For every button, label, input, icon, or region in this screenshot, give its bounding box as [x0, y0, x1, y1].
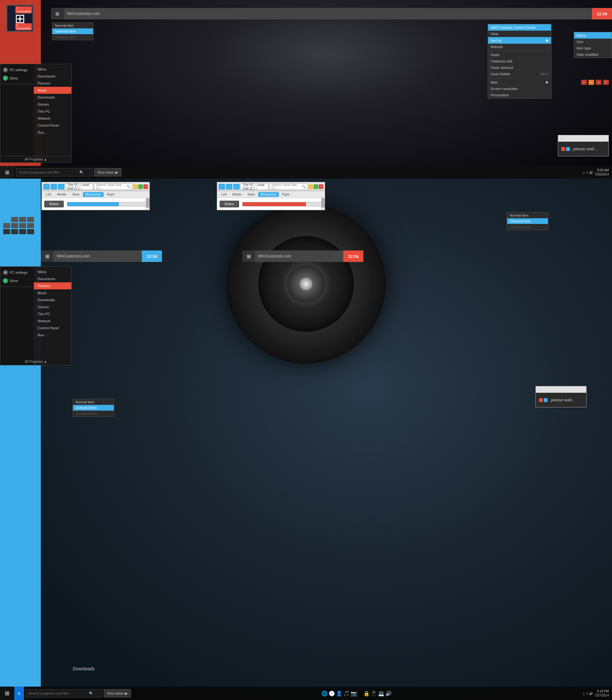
fe-back-btn-right[interactable]: ‹ — [219, 184, 225, 189]
search-input-bottom[interactable] — [28, 691, 89, 695]
fe-tab-mouseover-right[interactable]: Mouseover — [258, 192, 279, 197]
start-b-run[interactable]: Run... — [34, 332, 71, 338]
start-music[interactable]: Music — [34, 87, 71, 94]
btn-1[interactable] — [3, 217, 10, 222]
start-b-thispc[interactable]: This PC — [34, 310, 71, 318]
context-menu-personalize[interactable]: Personalize — [488, 92, 551, 98]
all-programs-btn[interactable]: All Programs ▲ — [25, 158, 47, 161]
fe-back-btn-left[interactable]: ‹ — [43, 184, 50, 189]
fe-close-btn-left[interactable]: × — [143, 185, 148, 189]
start-pictures[interactable]: Pictures — [34, 80, 71, 87]
start-run[interactable]: Run... — [34, 129, 71, 136]
search-input-top[interactable] — [19, 170, 79, 174]
submenu-size[interactable]: Size — [574, 39, 612, 45]
fe-tab-state-left[interactable]: State — [69, 192, 82, 197]
submenu-date-modified[interactable]: Date modified — [574, 51, 612, 58]
nsd-normal-top[interactable]: Normal item — [507, 213, 548, 218]
btn-9[interactable] — [3, 229, 10, 234]
btn-7[interactable] — [19, 223, 26, 228]
context-menu-sort[interactable]: Sort by ▶ — [488, 37, 551, 44]
start-b-nikos[interactable]: Nikos — [34, 268, 71, 275]
fe-tab-left-right[interactable]: Left — [219, 192, 229, 197]
nsd-selected-top[interactable]: Selected item — [507, 218, 548, 224]
fe-tab-left-left[interactable]: Left — [43, 192, 54, 197]
start-thispc[interactable]: This PC — [34, 108, 71, 115]
btn-11[interactable] — [19, 229, 26, 234]
start-nikos[interactable]: Nikos — [34, 66, 71, 73]
fe-tab-state-right[interactable]: State — [245, 192, 257, 197]
taskbar-win-button[interactable]: ⊞ — [51, 8, 64, 19]
fe-address-right[interactable]: This PC › Local Disk (C:) › — [241, 184, 268, 190]
close-btn-2[interactable]: × — [588, 80, 594, 85]
fe-min-btn-left[interactable]: − — [133, 185, 138, 189]
start-network[interactable]: Network — [34, 115, 71, 122]
menu-item-normal[interactable]: Normal item — [52, 23, 93, 28]
fe-up-btn-right[interactable]: ↑ — [233, 184, 240, 189]
fe-address-left[interactable]: This PC › Local Disk (C:) › — [65, 184, 93, 190]
submenu-name[interactable]: Name — [574, 32, 612, 39]
start-controlpanel[interactable]: Control Panel — [34, 122, 71, 129]
fe-up-btn-left[interactable]: ↑ — [58, 184, 65, 189]
fe-max-btn-right[interactable]: □ — [314, 185, 318, 189]
start-downloads[interactable]: Downloads — [34, 94, 71, 101]
close-btn-4[interactable]: × — [603, 80, 609, 85]
fe-tab-middle-right[interactable]: Middle — [230, 192, 244, 197]
fe-search-right[interactable]: Search Local Disk (C:) 🔍 — [269, 184, 308, 190]
fe-min-btn-right[interactable]: − — [308, 185, 313, 189]
lp-selected-bottom[interactable]: Selected item — [73, 405, 114, 410]
context-menu-paste-shortcut[interactable]: Paste shortcut — [488, 65, 551, 71]
btn-5[interactable] — [3, 223, 10, 228]
start-b-network[interactable]: Network — [34, 318, 71, 324]
all-programs-bottom-btn[interactable]: All Programs ▲ — [25, 360, 47, 363]
start-games[interactable]: Games — [34, 101, 71, 108]
context-menu-foldenico[interactable]: Foldenico x64 — [488, 58, 551, 65]
context-menu-view[interactable]: View — [488, 31, 551, 37]
start-b-pictures[interactable]: Pictures — [34, 282, 71, 290]
context-menu-paste[interactable]: Paste — [488, 52, 551, 58]
scrollbar-left[interactable] — [146, 198, 150, 210]
context-menu-new[interactable]: New ▶ — [488, 79, 551, 85]
scrollbar-thumb-right[interactable] — [321, 198, 325, 208]
taskbar-win-btn-left-bottom[interactable]: ⊞ — [41, 251, 54, 262]
ie-icon[interactable]: e — [14, 687, 24, 700]
start-button-bottom[interactable]: ⊞ — [0, 687, 14, 700]
fe-tab-right-left[interactable]: Right — [104, 192, 117, 197]
btn-10[interactable] — [11, 229, 18, 234]
start-documents[interactable]: Documents — [34, 73, 71, 80]
btn-3[interactable] — [19, 217, 26, 222]
settings-store[interactable]: 🛒 Store — [0, 74, 34, 82]
lp-normal-bottom[interactable]: Normal item — [73, 399, 114, 405]
start-b-downloads[interactable]: Downloads — [34, 296, 71, 304]
context-menu-undo[interactable]: Undo Delete Ctrl+Z — [488, 71, 551, 77]
context-menu-refresh[interactable]: Refresh — [488, 44, 551, 50]
fe-button-left[interactable]: Button — [44, 201, 64, 207]
start-b-documents[interactable]: Documents — [34, 275, 71, 282]
search-box-bottom[interactable]: 🔍 — [26, 689, 102, 698]
start-b-controlpanel[interactable]: Control Panel — [34, 324, 71, 332]
fe-forward-btn-left[interactable]: › — [51, 184, 57, 189]
scrollbar-right[interactable] — [321, 198, 325, 210]
fe-tab-right-right[interactable]: Right — [280, 192, 292, 197]
taskbar-win-btn-right-bottom[interactable]: ⊞ — [242, 251, 255, 262]
shutdown-btn-top[interactable]: Shut down ▶ — [94, 168, 122, 176]
settings-pc-bottom[interactable]: ⚙ PC settings — [0, 268, 34, 277]
search-box-top[interactable]: 🔍 — [16, 168, 93, 176]
btn-2[interactable] — [11, 217, 18, 222]
close-btn-3[interactable]: × — [596, 80, 601, 85]
start-button-top[interactable]: ⊞ — [0, 166, 14, 179]
btn-8[interactable] — [27, 223, 34, 228]
fe-forward-btn-right[interactable]: › — [226, 184, 232, 189]
submenu-item-type[interactable]: Item type — [574, 45, 612, 51]
settings-store-bottom[interactable]: 🛒 Store — [0, 277, 34, 285]
fe-tab-mouseover-left[interactable]: Mouseover — [83, 192, 103, 197]
fe-button-right[interactable]: Button — [220, 201, 239, 207]
btn-4[interactable] — [27, 217, 34, 222]
start-b-games[interactable]: Games — [34, 304, 71, 310]
fe-search-left[interactable]: Search Local Disk (C:) 🔍 — [94, 184, 132, 190]
context-menu-resolution[interactable]: Screen resolution — [488, 85, 551, 92]
btn-12[interactable] — [27, 229, 34, 234]
start-b-music[interactable]: Music — [34, 290, 71, 296]
btn-6[interactable] — [11, 223, 18, 228]
close-btn-1[interactable]: × — [581, 80, 587, 85]
fe-close-btn-right[interactable]: × — [319, 185, 323, 189]
